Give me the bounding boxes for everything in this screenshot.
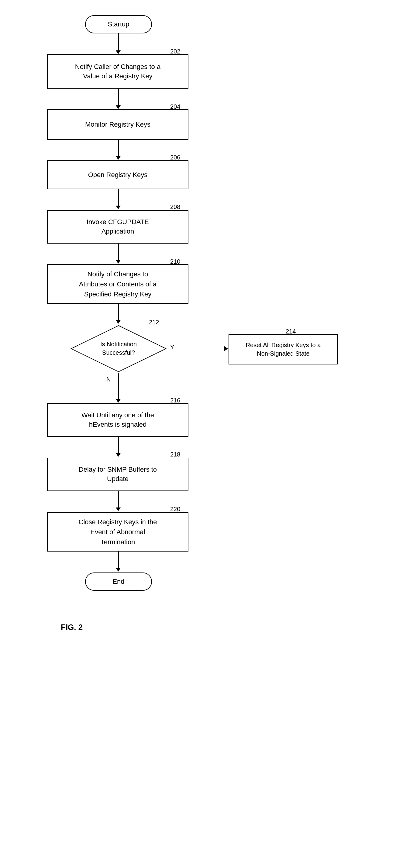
step-208-node: Invoke CFGUPDATEApplication xyxy=(47,210,189,244)
yes-label: Y xyxy=(170,344,174,351)
step-202-node: Notify Caller of Changes to aValue of a … xyxy=(47,54,189,89)
ref-204-label: 204 xyxy=(170,103,180,110)
arrow-212-214-h xyxy=(167,349,228,349)
ref-208-label: 208 xyxy=(170,204,180,210)
arrow-216-218 xyxy=(118,437,119,454)
arrowhead-206-208 xyxy=(116,206,121,209)
svg-text:Successful?: Successful? xyxy=(102,349,135,356)
step-218-node: Delay for SNMP Buffers toUpdate xyxy=(47,458,189,491)
ref-218: 218 xyxy=(170,451,180,458)
step-216-node: Wait Until any one of thehEvents is sign… xyxy=(47,403,189,437)
arrow-206-208 xyxy=(118,189,119,207)
arrowhead-202-204 xyxy=(116,105,121,109)
ref-206: 206 xyxy=(170,154,180,161)
step-214-node: Reset All Registry Keys to aNon-Signaled… xyxy=(229,334,338,365)
step-204-label: Monitor Registry Keys xyxy=(85,121,150,128)
figure-title: FIG. 2 xyxy=(61,623,83,632)
ref-206-label: 206 xyxy=(170,154,180,161)
end-node: End xyxy=(85,572,152,591)
startup-label: Startup xyxy=(108,20,130,28)
arrowhead-218-220 xyxy=(116,507,121,511)
arrow-202-204 xyxy=(118,89,119,106)
flowchart-diagram: Startup 202 Notify Caller of Changes to … xyxy=(0,0,396,838)
ref-218-label: 218 xyxy=(170,451,180,458)
yes-text: Y xyxy=(170,344,174,350)
step-204-node: Monitor Registry Keys xyxy=(47,109,189,140)
step-216-label: Wait Until any one of thehEvents is sign… xyxy=(81,411,154,429)
svg-text:Is Notification: Is Notification xyxy=(100,341,137,347)
ref-208: 208 xyxy=(170,204,180,211)
no-label: N xyxy=(106,376,111,383)
arrow-208-210 xyxy=(118,244,119,261)
step-208-label: Invoke CFGUPDATEApplication xyxy=(87,217,149,236)
step-220-label: Close Registry Keys in theEvent of Abnor… xyxy=(79,517,157,547)
step-212-node: Is Notification Successful? xyxy=(70,324,167,373)
ref-216: 216 xyxy=(170,397,180,404)
ref-220: 220 xyxy=(170,506,180,513)
end-label: End xyxy=(112,578,124,586)
figure-label: FIG. 2 xyxy=(61,623,83,632)
arrowhead-210-212 xyxy=(116,320,121,324)
arrowhead-220-end xyxy=(116,568,121,571)
ref-210-label: 210 xyxy=(170,258,180,265)
diamond-svg: Is Notification Successful? xyxy=(70,324,167,373)
arrow-220-end xyxy=(118,552,119,569)
arrowhead-216-218 xyxy=(116,453,121,457)
arrow-startup-202 xyxy=(118,33,119,52)
arrow-212-216 xyxy=(118,373,119,400)
step-206-node: Open Registry Keys xyxy=(47,160,189,189)
step-214-label: Reset All Registry Keys to aNon-Signaled… xyxy=(246,341,321,358)
no-text: N xyxy=(106,376,111,383)
arrowhead-212-214 xyxy=(224,346,228,351)
arrowhead-208-210 xyxy=(116,260,121,264)
step-202-label: Notify Caller of Changes to aValue of a … xyxy=(75,62,161,81)
ref-202-label: 202 xyxy=(170,48,180,55)
arrowhead-204-206 xyxy=(116,156,121,160)
arrowhead-startup-202 xyxy=(116,51,121,54)
step-210-node: Notify of Changes toAttributes or Conten… xyxy=(47,264,189,304)
ref-220-label: 220 xyxy=(170,506,180,513)
startup-node: Startup xyxy=(85,15,152,33)
step-218-label: Delay for SNMP Buffers toUpdate xyxy=(79,465,157,484)
ref-216-label: 216 xyxy=(170,397,180,404)
step-210-label: Notify of Changes toAttributes or Conten… xyxy=(79,269,157,299)
arrow-204-206 xyxy=(118,140,119,157)
svg-marker-0 xyxy=(71,326,166,372)
ref-214-label: 214 xyxy=(286,328,296,335)
arrow-210-212 xyxy=(118,304,119,321)
step-220-node: Close Registry Keys in theEvent of Abnor… xyxy=(47,512,189,552)
arrow-218-220 xyxy=(118,491,119,509)
step-206-label: Open Registry Keys xyxy=(88,171,148,179)
arrowhead-212-216 xyxy=(116,399,121,403)
